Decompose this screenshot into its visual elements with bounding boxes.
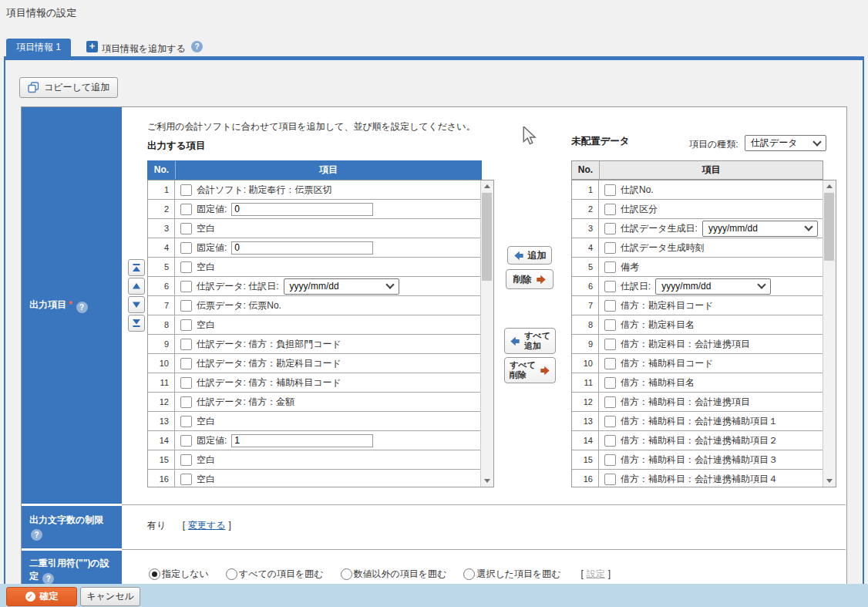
sidebar-output-items-label: 出力項目 xyxy=(29,299,66,310)
radio-icon[interactable] xyxy=(149,568,160,580)
radio-label: 指定しない xyxy=(162,568,209,581)
move-to-top-button[interactable] xyxy=(128,259,145,276)
row-item-cell: 空白 xyxy=(175,258,481,276)
row-checkbox[interactable] xyxy=(180,204,192,215)
row-checkbox[interactable] xyxy=(180,416,192,427)
table-row: 16借方：補助科目：会計連携補助項目４ xyxy=(572,470,823,487)
cancel-button[interactable]: キャンセル xyxy=(80,587,140,606)
add-all-button[interactable]: すべて 追加 xyxy=(504,328,556,354)
radio-icon[interactable] xyxy=(341,568,352,580)
fixed-value-input[interactable] xyxy=(231,203,373,216)
row-checkbox[interactable] xyxy=(180,223,192,234)
row-number: 12 xyxy=(148,393,175,411)
fixed-value-input[interactable] xyxy=(231,241,373,255)
radio-label: 数値以外の項目を囲む xyxy=(354,568,447,581)
table-row: 13空白 xyxy=(148,412,481,431)
column-header-no: No. xyxy=(572,161,600,179)
row-checkbox[interactable] xyxy=(180,281,192,292)
copy-and-add-button[interactable]: コピーして追加 xyxy=(19,77,118,98)
row-checkbox[interactable] xyxy=(604,184,616,196)
row-checkbox[interactable] xyxy=(604,261,616,273)
row-label: 伝票データ: 伝票No. xyxy=(197,299,281,312)
row-checkbox[interactable] xyxy=(180,474,192,485)
radio-icon[interactable] xyxy=(226,568,237,580)
row-item-cell: 空白 xyxy=(175,450,481,469)
unassigned-table-scrollbar[interactable] xyxy=(823,180,836,487)
scroll-down-icon[interactable] xyxy=(826,479,833,483)
row-item-cell: 空白 xyxy=(175,315,481,334)
copy-and-add-label: コピーして追加 xyxy=(44,81,109,94)
row-checkbox[interactable] xyxy=(180,261,192,273)
remove-button[interactable]: 削除 xyxy=(506,269,553,289)
row-number: 15 xyxy=(572,450,599,469)
confirm-button[interactable]: ✓ 確定 xyxy=(6,587,77,606)
row-checkbox[interactable] xyxy=(604,454,616,466)
row-item-cell: 固定値: xyxy=(175,200,481,218)
row-checkbox[interactable] xyxy=(604,281,616,292)
row-checkbox[interactable] xyxy=(180,454,192,466)
item-type-select[interactable]: 仕訳データ xyxy=(745,135,826,151)
row-checkbox[interactable] xyxy=(180,358,192,369)
table-row: 11仕訳データ: 借方：補助科目コード xyxy=(148,373,481,393)
add-button-label: 追加 xyxy=(528,249,547,262)
row-item-cell: 固定値: xyxy=(175,431,481,450)
row-checkbox[interactable] xyxy=(604,358,616,369)
move-up-button[interactable] xyxy=(128,278,145,295)
row-checkbox[interactable] xyxy=(180,396,192,408)
date-format-select[interactable]: yyyy/mm/dd xyxy=(702,221,818,237)
row-checkbox[interactable] xyxy=(180,339,192,350)
scroll-up-icon[interactable] xyxy=(484,184,490,188)
scroll-down-icon[interactable] xyxy=(484,479,490,483)
row-checkbox[interactable] xyxy=(604,204,616,215)
row-label: 借方：勘定科目名 xyxy=(621,319,695,332)
add-item-info-tab[interactable]: 項目情報を追加する xyxy=(102,42,186,56)
row-checkbox[interactable] xyxy=(604,223,616,234)
tab-item-info-1[interactable]: 項目情報 1 xyxy=(6,39,71,56)
row-checkbox[interactable] xyxy=(604,435,616,447)
cancel-button-label: キャンセル xyxy=(86,590,133,603)
row-checkbox[interactable] xyxy=(180,242,192,254)
row-checkbox[interactable] xyxy=(604,474,616,485)
row-item-cell: 借方：補助科目：会計連携補助項目２ xyxy=(599,431,823,450)
output-table-scrollbar[interactable] xyxy=(480,180,493,487)
row-checkbox[interactable] xyxy=(604,339,616,350)
help-icon[interactable]: ? xyxy=(191,41,203,52)
help-icon[interactable]: ? xyxy=(42,573,54,585)
row-checkbox[interactable] xyxy=(180,435,192,447)
quote-option[interactable]: 指定しない xyxy=(149,568,209,581)
scrollbar-thumb[interactable] xyxy=(824,193,834,261)
row-checkbox[interactable] xyxy=(604,300,616,312)
quote-option[interactable]: すべての項目を囲む xyxy=(226,568,324,581)
config-link[interactable]: 設定 xyxy=(587,568,605,579)
fixed-value-input[interactable] xyxy=(231,434,373,447)
table-row: 3仕訳データ生成日:yyyy/mm/dd xyxy=(572,219,823,238)
add-button[interactable]: 追加 xyxy=(507,246,552,265)
row-checkbox[interactable] xyxy=(180,300,192,312)
date-format-select[interactable]: yyyy/mm/dd xyxy=(655,278,771,295)
row-checkbox[interactable] xyxy=(180,377,192,389)
table-row: 8借方：勘定科目名 xyxy=(572,315,823,335)
row-checkbox[interactable] xyxy=(604,396,616,408)
scrollbar-thumb[interactable] xyxy=(482,193,492,281)
row-checkbox[interactable] xyxy=(604,242,616,254)
move-down-button[interactable] xyxy=(128,296,145,313)
help-icon[interactable]: ? xyxy=(76,302,88,313)
scroll-up-icon[interactable] xyxy=(826,184,833,188)
row-checkbox[interactable] xyxy=(180,184,192,196)
row-checkbox[interactable] xyxy=(604,319,616,331)
row-number: 13 xyxy=(572,412,599,430)
radio-icon[interactable] xyxy=(463,568,475,580)
row-checkbox[interactable] xyxy=(604,377,616,389)
row-label: 備考 xyxy=(621,261,639,274)
help-icon[interactable]: ? xyxy=(31,529,42,541)
row-checkbox[interactable] xyxy=(180,319,192,331)
row-number: 10 xyxy=(148,354,175,373)
date-format-select[interactable]: yyyy/mm/dd xyxy=(284,278,399,295)
move-to-bottom-button[interactable] xyxy=(128,315,145,332)
output-table-header: No. 項目 xyxy=(147,160,482,180)
quote-option[interactable]: 選択した項目を囲む xyxy=(463,568,560,581)
quote-option[interactable]: 数値以外の項目を囲む xyxy=(341,568,447,581)
row-checkbox[interactable] xyxy=(604,416,616,427)
change-link[interactable]: 変更する xyxy=(188,520,226,531)
remove-all-button[interactable]: すべて 削除 xyxy=(504,357,556,383)
